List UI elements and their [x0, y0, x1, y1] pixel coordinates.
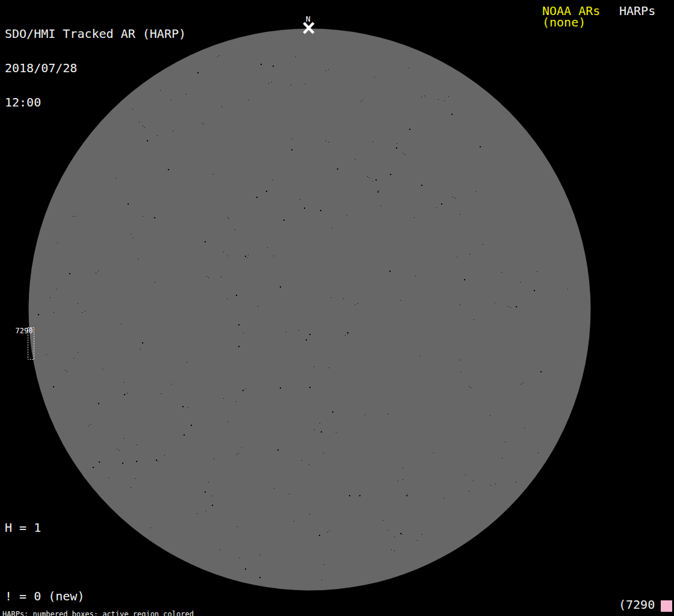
footer-captions: HARPs: numbered boxes; active region col…: [2, 596, 255, 616]
noaa-ars-value: (none): [542, 17, 586, 28]
date-label: 2018/07/28: [5, 63, 186, 74]
harp-color-swatch: [661, 600, 672, 612]
page-title: SDO/HMI Tracked AR (HARP): [5, 28, 186, 40]
harp-count-label: H = 1: [5, 522, 143, 534]
caption-harps: HARPs: numbered boxes; active region col…: [2, 611, 255, 616]
legend-spacer: [5, 556, 143, 568]
title-block: SDO/HMI Tracked AR (HARP) 2018/07/28 12:…: [5, 5, 186, 131]
harps-heading: HARPs: [619, 5, 655, 17]
harp-tracker-screen: 7290 N SDO/HMI Tracked AR (HARP) 2018/07…: [0, 0, 674, 616]
harp-tag-label: (7290: [619, 599, 655, 611]
north-label: N: [306, 14, 311, 23]
time-label: 12:00: [5, 97, 186, 108]
harp-region-label: 7290: [16, 327, 33, 335]
